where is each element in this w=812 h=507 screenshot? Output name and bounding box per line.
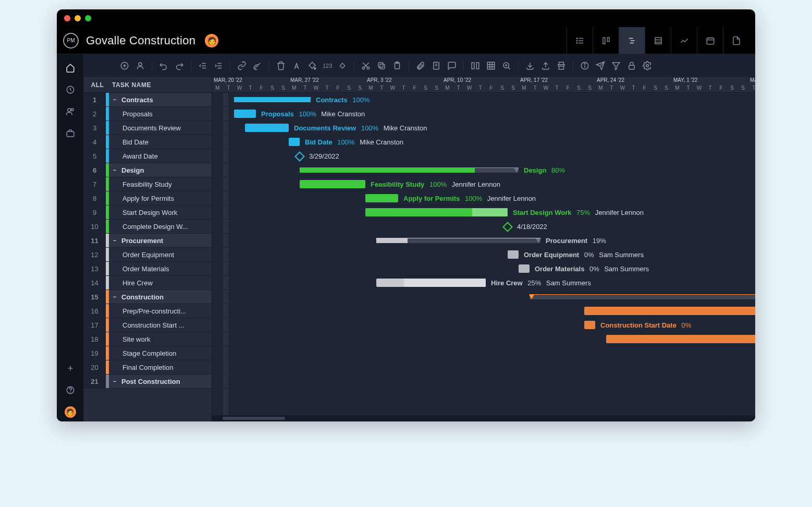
task-row[interactable]: 10Complete Design W... — [84, 220, 212, 234]
task-bar[interactable] — [289, 138, 300, 146]
task-bar[interactable] — [245, 124, 289, 132]
zoom-icon[interactable] — [499, 58, 514, 73]
nav-recent-icon[interactable] — [61, 80, 80, 99]
project-avatar[interactable]: 🧑 — [205, 34, 218, 47]
bar-label: Bid Date 100% Mike Cranston — [305, 135, 403, 149]
task-bar[interactable] — [300, 180, 365, 188]
copy-icon[interactable] — [374, 58, 389, 73]
undo-icon[interactable] — [156, 58, 171, 73]
task-row[interactable]: 16Prep/Pre-constructi... — [84, 304, 212, 318]
send-icon[interactable] — [593, 58, 608, 73]
task-row[interactable]: 12Order Equipment — [84, 248, 212, 262]
window-close-button[interactable] — [64, 15, 70, 21]
task-row[interactable]: 4Bid Date — [84, 135, 212, 149]
view-gantt-icon[interactable] — [619, 27, 645, 54]
filter-icon[interactable] — [609, 58, 623, 73]
task-row[interactable]: 17Construction Start ... — [84, 318, 212, 332]
notes-icon[interactable] — [429, 58, 444, 73]
add-task-icon[interactable] — [117, 58, 132, 73]
collapse-toggle-icon[interactable]: − — [111, 166, 118, 174]
task-bar[interactable] — [508, 250, 519, 259]
task-bar[interactable] — [365, 194, 398, 202]
unlink-icon[interactable] — [250, 58, 265, 73]
summary-bar[interactable] — [530, 294, 755, 299]
task-row[interactable]: 9Start Design Work — [84, 206, 212, 220]
paste-icon[interactable] — [390, 58, 404, 73]
task-bar[interactable] — [376, 279, 486, 287]
task-row-number: 1 — [84, 93, 106, 106]
attachment-icon[interactable] — [413, 58, 428, 73]
settings-icon[interactable] — [640, 58, 655, 73]
window-minimize-button[interactable] — [75, 15, 81, 21]
app-logo[interactable]: PM — [63, 33, 79, 49]
task-row[interactable]: 20Final Completion — [84, 360, 212, 375]
task-row[interactable]: 5Award Date — [84, 149, 212, 163]
export-icon[interactable] — [538, 58, 553, 73]
view-board-icon[interactable] — [593, 27, 619, 54]
task-row[interactable]: 11−Procurement — [84, 234, 212, 248]
task-row[interactable]: 6−Design — [84, 163, 212, 177]
text-color-icon[interactable] — [289, 58, 304, 73]
lock-icon[interactable] — [624, 58, 639, 73]
task-row[interactable]: 18Site work — [84, 332, 212, 346]
task-row[interactable]: 2Proposals — [84, 107, 212, 121]
summary-bar[interactable] — [234, 97, 311, 102]
task-bar[interactable] — [234, 110, 256, 118]
milestone-diamond[interactable] — [294, 151, 305, 162]
task-row[interactable]: 14Hire Crew — [84, 276, 212, 290]
task-row[interactable]: 8Apply for Permits — [84, 191, 212, 206]
collapse-toggle-icon[interactable]: − — [111, 237, 118, 244]
task-row[interactable]: 7Feasibility Study — [84, 177, 212, 191]
view-dashboard-icon[interactable] — [671, 27, 697, 54]
task-row[interactable]: 19Stage Completion — [84, 346, 212, 360]
nav-add-icon[interactable] — [61, 359, 80, 378]
assign-icon[interactable] — [133, 58, 147, 73]
milestone-diamond[interactable] — [502, 222, 513, 232]
view-list-icon[interactable] — [567, 27, 593, 54]
outdent-icon[interactable] — [195, 58, 210, 73]
task-row[interactable]: 13Order Materials — [84, 262, 212, 276]
collapse-toggle-icon[interactable]: − — [111, 96, 118, 103]
nav-portfolio-icon[interactable] — [61, 124, 80, 143]
collapse-toggle-icon[interactable]: − — [111, 293, 118, 300]
columns-icon[interactable] — [468, 58, 483, 73]
task-bar[interactable] — [606, 335, 755, 343]
view-files-icon[interactable] — [723, 27, 749, 54]
scrollbar-thumb[interactable] — [223, 417, 285, 420]
task-row[interactable]: 15−Construction — [84, 290, 212, 304]
comments-icon[interactable] — [445, 58, 459, 73]
milestone-icon[interactable] — [335, 58, 350, 73]
task-header-name[interactable]: TASK NAME — [112, 81, 151, 89]
task-bar[interactable] — [365, 208, 508, 216]
view-sheet-icon[interactable] — [645, 27, 671, 54]
collapse-toggle-icon[interactable]: − — [111, 378, 118, 385]
fill-color-icon[interactable] — [305, 58, 319, 73]
number-format-icon[interactable]: 123 — [321, 63, 334, 69]
nav-help-icon[interactable] — [61, 381, 80, 400]
cut-icon[interactable] — [359, 58, 373, 73]
horizontal-scrollbar[interactable] — [212, 415, 755, 421]
indent-icon[interactable] — [211, 58, 226, 73]
summary-bar[interactable] — [300, 167, 519, 173]
redo-icon[interactable] — [172, 58, 187, 73]
task-bar[interactable] — [519, 264, 530, 273]
nav-home-icon[interactable] — [61, 58, 80, 77]
window-zoom-button[interactable] — [85, 15, 91, 21]
print-icon[interactable] — [554, 58, 569, 73]
delete-icon[interactable] — [274, 58, 288, 73]
nav-team-icon[interactable] — [61, 102, 80, 121]
view-calendar-icon[interactable] — [697, 27, 723, 54]
task-header-all[interactable]: ALL — [89, 81, 106, 89]
task-bar[interactable] — [584, 307, 755, 315]
task-row[interactable]: 3Documents Review — [84, 121, 212, 135]
import-icon[interactable] — [523, 58, 537, 73]
gantt-rows[interactable]: Contracts 100%Proposals 100% Mike Cranst… — [212, 93, 755, 415]
task-row[interactable]: 21−Post Construction — [84, 375, 212, 389]
info-icon[interactable] — [577, 58, 592, 73]
task-row[interactable]: 1−Contracts — [84, 93, 212, 107]
nav-user-avatar[interactable]: 🧑 — [61, 403, 80, 421]
summary-bar[interactable] — [376, 238, 540, 243]
grid-icon[interactable] — [484, 58, 498, 73]
task-bar[interactable] — [584, 321, 595, 329]
link-icon[interactable] — [235, 58, 249, 73]
